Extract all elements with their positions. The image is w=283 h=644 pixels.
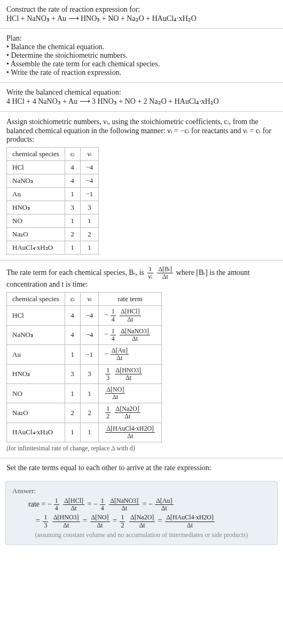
table-row: NaNO₃4−4−14 Δ[NaNO3]Δt xyxy=(7,325,162,344)
cell-rate-term: Δ[HAuCl4·xH2O]Δt xyxy=(99,423,162,442)
table-header-row: chemical species cᵢ νᵢ xyxy=(7,148,99,161)
cell-vi: 1 xyxy=(80,241,99,255)
intro-section: Construct the rate of reaction expressio… xyxy=(0,0,283,28)
col-ci: cᵢ xyxy=(65,148,80,161)
stoich-table: chemical species cᵢ νᵢ HCl4−4NaNO₃4−4Au1… xyxy=(6,147,99,255)
cell-ci: 4 xyxy=(65,306,80,325)
answer-rate-line2: = 13 Δ[HNO3]Δt = Δ[NO]Δt = 12 Δ[Na2O]Δt … xyxy=(36,514,271,528)
cell-vi: −1 xyxy=(80,188,99,201)
cell-species: Au xyxy=(7,345,65,364)
cell-vi: −4 xyxy=(80,306,99,325)
col-vi: νᵢ xyxy=(80,148,99,161)
conc-frac: Δ[Au]Δt xyxy=(111,347,129,362)
cell-rate-term: −Δ[Au]Δt xyxy=(99,345,162,364)
rate-intro-pre: The rate term for each chemical species,… xyxy=(6,269,146,277)
balanced-title: Write the balanced chemical equation: xyxy=(6,88,277,97)
answer-rate-line1: rate = −14 Δ[HCl]Δt = −14 Δ[NaNO3]Δt = −… xyxy=(28,497,271,512)
col-species: chemical species xyxy=(7,293,65,306)
coef-frac: 14 xyxy=(111,328,116,342)
answer-label: Answer: xyxy=(12,487,271,495)
conc-frac: Δ[Na2O]Δt xyxy=(115,405,140,420)
coef-frac: 14 xyxy=(100,497,105,512)
plan-item: • Assemble the rate term for each chemic… xyxy=(6,60,277,68)
minus-sign: − xyxy=(148,500,153,508)
minus-sign: − xyxy=(104,311,108,319)
table-row: Na₂O22 xyxy=(7,228,99,241)
frac-dB-dt: Δ[Bᵢ] Δt xyxy=(157,266,173,280)
conc-frac: Δ[HCl]Δt xyxy=(63,497,84,512)
plan-item: • Determine the stoichiometric numbers. xyxy=(6,51,277,60)
conc-frac: Δ[Na2O]Δt xyxy=(129,514,155,528)
coef-frac: 13 xyxy=(105,367,111,381)
col-species: chemical species xyxy=(7,148,65,161)
plan-item: • Balance the chemical equation. xyxy=(6,43,277,51)
cell-rate-term: 13 Δ[HNO3]Δt xyxy=(99,364,162,384)
rate-label: rate = xyxy=(28,500,48,508)
cell-ci: 4 xyxy=(65,174,80,188)
plan-item: • Write the rate of reaction expression. xyxy=(6,68,277,77)
cell-vi: 1 xyxy=(80,384,99,403)
cell-species: NaNO₃ xyxy=(7,174,65,188)
table-row: HAuCl₄·xH₂O11 xyxy=(7,241,99,255)
table-row: HCl4−4 xyxy=(7,161,99,174)
cell-ci: 2 xyxy=(65,228,80,241)
rate-term-section: The rate term for each chemical species,… xyxy=(0,260,283,458)
cell-vi: 2 xyxy=(80,228,99,241)
cell-rate-term: 12 Δ[Na2O]Δt xyxy=(99,403,162,423)
rate-term-table: chemical species cᵢ νᵢ rate term HCl4−4−… xyxy=(6,292,162,442)
cell-ci: 1 xyxy=(65,214,80,228)
balanced-equation: 4 HCl + 4 NaNO₃ + Au ⟶ 3 HNO₃ + NO + 2 N… xyxy=(6,97,277,106)
assign-text: Assign stoichiometric numbers, νᵢ, using… xyxy=(6,117,277,144)
conc-frac: Δ[Au]Δt xyxy=(155,497,173,512)
conc-frac: Δ[HNO3]Δt xyxy=(115,367,143,381)
cell-species: HNO₃ xyxy=(7,201,65,214)
plan-section: Plan: • Balance the chemical equation. •… xyxy=(0,29,283,82)
cell-vi: 3 xyxy=(80,364,99,384)
cell-species: HNO₃ xyxy=(7,364,65,384)
rate-footnote: (for infinitesimal rate of change, repla… xyxy=(6,444,277,453)
cell-species: HCl xyxy=(7,306,65,325)
cell-vi: −4 xyxy=(80,325,99,344)
rate-term-intro: The rate term for each chemical species,… xyxy=(6,266,277,289)
coef-frac: 12 xyxy=(105,405,111,420)
intro-line: Construct the rate of reaction expressio… xyxy=(6,5,277,14)
coef-frac: 12 xyxy=(120,514,125,528)
cell-vi: −4 xyxy=(80,174,99,188)
cell-species: NO xyxy=(7,214,65,228)
conc-frac: Δ[HAuCl4·xH2O]Δt xyxy=(105,425,155,440)
cell-species: HAuCl₄·xH₂O xyxy=(7,423,65,442)
table-row: NO11Δ[NO]Δt xyxy=(7,384,162,403)
conc-frac: Δ[HNO3]Δt xyxy=(52,514,80,528)
assign-section: Assign stoichiometric numbers, νᵢ, using… xyxy=(0,112,283,260)
cell-vi: 3 xyxy=(80,201,99,214)
cell-species: Na₂O xyxy=(7,403,65,423)
cell-vi: −1 xyxy=(80,345,99,364)
conc-frac: Δ[NO]Δt xyxy=(105,386,125,401)
cell-ci: 1 xyxy=(65,384,80,403)
set-equal-section: Set the rate terms equal to each other t… xyxy=(0,458,283,478)
minus-sign: − xyxy=(93,500,98,508)
cell-ci: 2 xyxy=(65,403,80,423)
cell-ci: 3 xyxy=(65,201,80,214)
table-row: HNO₃3313 Δ[HNO3]Δt xyxy=(7,364,162,384)
table-header-row: chemical species cᵢ νᵢ rate term xyxy=(7,293,162,306)
cell-ci: 1 xyxy=(65,345,80,364)
set-equal-text: Set the rate terms equal to each other t… xyxy=(6,464,277,472)
cell-vi: 1 xyxy=(80,423,99,442)
conc-frac: Δ[NO]Δt xyxy=(90,514,110,528)
table-row: HAuCl₄·xH₂O11Δ[HAuCl4·xH2O]Δt xyxy=(7,423,162,442)
cell-species: NaNO₃ xyxy=(7,325,65,344)
unbalanced-equation: HCl + NaNO₃ + Au ⟶ HNO₃ + NO + Na₂O + HA… xyxy=(6,14,277,23)
cell-species: HCl xyxy=(7,161,65,174)
minus-sign: − xyxy=(48,500,52,508)
cell-species: NO xyxy=(7,384,65,403)
cell-vi: −4 xyxy=(80,161,99,174)
cell-ci: 1 xyxy=(65,423,80,442)
cell-rate-term: −14 Δ[HCl]Δt xyxy=(99,306,162,325)
table-row: Au1−1−Δ[Au]Δt xyxy=(7,345,162,364)
table-row: Na₂O2212 Δ[Na2O]Δt xyxy=(7,403,162,423)
frac-one-over-nu: 1 νᵢ xyxy=(147,266,153,280)
table-row: HCl4−4−14 Δ[HCl]Δt xyxy=(7,306,162,325)
table-row: HNO₃33 xyxy=(7,201,99,214)
conc-frac: Δ[HCl]Δt xyxy=(120,308,141,323)
